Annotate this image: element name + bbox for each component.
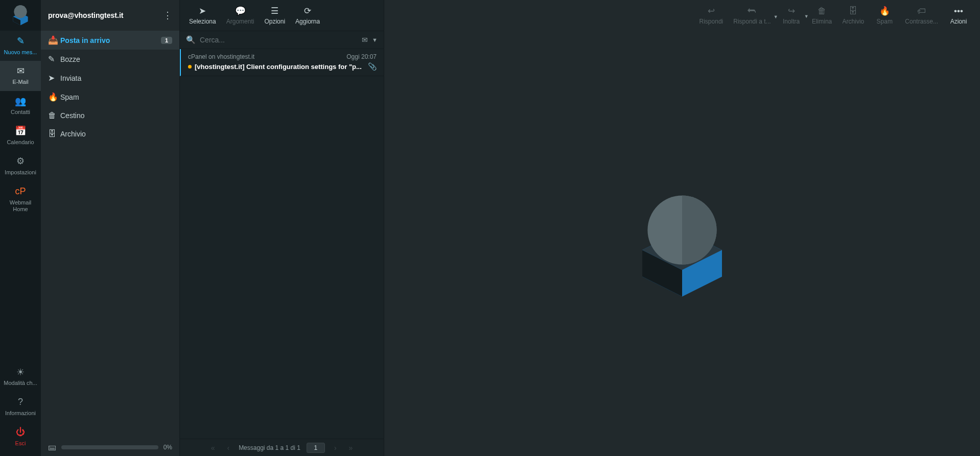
folder-badge: 1 (161, 37, 172, 44)
message-from: cPanel on vhostingtest.it (188, 53, 254, 60)
nav-email[interactable]: ✉E-Mail (0, 61, 41, 91)
folders-pane: prova@vhostingtest.it ⋮ 📥Posta in arrivo… (41, 0, 180, 456)
nav-calendar[interactable]: 📅Calendario (0, 121, 41, 151)
more-icon: ••• (954, 6, 963, 16)
message-item[interactable]: cPanel on vhostingtest.itOggi 20:07 [vho… (180, 49, 384, 76)
folder-list: 📥Posta in arrivo1✎Bozze➤Inviata🔥Spam🗑Ces… (41, 31, 179, 439)
nav-webmail-home[interactable]: cPWebmailHome (0, 181, 41, 218)
pager-first[interactable]: « (208, 443, 218, 453)
archive-icon: 🗄 (849, 6, 857, 16)
account-header: prova@vhostingtest.it ⋮ (41, 0, 179, 31)
toolbar-options[interactable]: ☰Opzioni (259, 3, 290, 28)
pager-page-input[interactable] (307, 443, 325, 453)
folder-label: Spam (60, 93, 172, 101)
pager-prev[interactable]: ‹ (224, 443, 232, 453)
archive-icon: 🗄 (48, 129, 60, 139)
message-date: Oggi 20:07 (346, 53, 377, 60)
nav-contacts[interactable]: 👥Contatti (0, 91, 41, 121)
toolbar-spam[interactable]: 🔥Spam (869, 3, 900, 28)
left-nav: ✎Nuovo mes... ✉E-Mail 👥Contatti 📅Calenda… (0, 0, 41, 456)
compose-icon: ✎ (17, 36, 25, 47)
tag-icon: 🏷 (917, 6, 926, 16)
folder-label: Inviata (60, 74, 172, 82)
account-menu-button[interactable]: ⋮ (163, 10, 172, 21)
sliders-icon: ☰ (271, 6, 278, 16)
toolbar-select[interactable]: ➤Seleziona (184, 3, 221, 28)
folder-label: Cestino (60, 111, 172, 120)
toolbar-actions[interactable]: •••Azioni (943, 3, 974, 28)
preview-toolbar: ↩Rispondi ⮪Rispondi a t...▼ ↪Inoltra▼ 🗑E… (384, 0, 980, 31)
nav-about[interactable]: ?Informazioni (0, 392, 41, 422)
search-bar: 🔍 ✉ ▼ (180, 31, 384, 49)
drafts-icon: ✎ (48, 54, 60, 64)
folder-trash[interactable]: 🗑Cestino (41, 106, 179, 125)
reply-icon: ↩ (708, 6, 715, 16)
toolbar-delete[interactable]: 🗑Elimina (807, 3, 837, 28)
threads-icon: 💬 (235, 6, 246, 16)
trash-icon: 🗑 (818, 6, 826, 16)
contacts-icon: 👥 (15, 96, 26, 107)
toolbar-archive[interactable]: 🗄Archivio (837, 3, 870, 28)
pager-last[interactable]: » (346, 443, 356, 453)
folder-drafts[interactable]: ✎Bozze (41, 50, 179, 69)
attachment-icon: 📎 (368, 62, 377, 71)
svg-point-4 (14, 5, 27, 18)
toolbar-mark[interactable]: 🏷Contrasse... (900, 3, 943, 28)
messages: cPanel on vhostingtest.itOggi 20:07 [vho… (180, 49, 384, 439)
sent-icon: ➤ (48, 73, 60, 83)
trash-icon: 🗑 (48, 111, 60, 120)
mail-icon: ✉ (17, 66, 25, 77)
inbox-icon: 📥 (48, 35, 60, 45)
calendar-icon: 📅 (15, 126, 26, 137)
search-dropdown[interactable]: ▼ (372, 37, 378, 43)
refresh-icon: ⟳ (304, 6, 311, 16)
help-icon: ? (18, 397, 23, 408)
search-icon: 🔍 (186, 35, 196, 44)
fire-icon: 🔥 (879, 6, 890, 16)
message-subject: [vhostingtest.it] Client configuration s… (195, 63, 365, 71)
folder-label: Posta in arrivo (60, 36, 161, 44)
spam-icon: 🔥 (48, 92, 60, 102)
toolbar-forward[interactable]: ↪Inoltra▼ (776, 3, 807, 28)
toolbar-reply-all[interactable]: ⮪Rispondi a t...▼ (728, 3, 776, 28)
unread-dot (188, 65, 192, 69)
folder-archive[interactable]: 🗄Archivio (41, 125, 179, 143)
nav-darkmode[interactable]: ☀Modalità ch... (0, 362, 41, 392)
account-email: prova@vhostingtest.it (48, 11, 123, 19)
preview-empty (384, 31, 980, 456)
preview-pane: ↩Rispondi ⮪Rispondi a t...▼ ↪Inoltra▼ 🗑E… (384, 0, 980, 456)
folder-spam[interactable]: 🔥Spam (41, 87, 179, 106)
nav-settings[interactable]: ⚙Impostazioni (0, 151, 41, 181)
list-toolbar: ➤Seleziona 💬Argomenti ☰Opzioni ⟳Aggiorna (180, 0, 384, 31)
nav-compose[interactable]: ✎Nuovo mes... (0, 31, 41, 61)
quota-progress (61, 445, 158, 449)
quota-bar: 🖴 0% (41, 439, 179, 456)
gear-icon: ⚙ (16, 156, 25, 167)
app-logo (0, 0, 41, 31)
search-scope-icon[interactable]: ✉ (362, 36, 368, 44)
reply-all-icon: ⮪ (748, 6, 756, 16)
search-input[interactable] (200, 36, 358, 44)
toolbar-reply[interactable]: ↩Rispondi (694, 3, 729, 28)
forward-icon: ↪ (788, 6, 795, 16)
power-icon: ⏻ (16, 427, 25, 438)
folder-label: Archivio (60, 130, 172, 138)
folder-label: Bozze (60, 55, 172, 63)
disk-icon: 🖴 (48, 443, 56, 452)
pager-next[interactable]: › (331, 443, 340, 453)
message-list-pane: ➤Seleziona 💬Argomenti ☰Opzioni ⟳Aggiorna… (180, 0, 384, 456)
nav-logout[interactable]: ⏻Esci (0, 422, 41, 452)
folder-sent[interactable]: ➤Inviata (41, 69, 179, 87)
quota-percent: 0% (164, 444, 172, 451)
brightness-icon: ☀ (16, 367, 25, 378)
toolbar-refresh[interactable]: ⟳Aggiorna (290, 3, 325, 28)
pager: « ‹ Messaggi da 1 a 1 di 1 › » (180, 439, 384, 456)
toolbar-threads[interactable]: 💬Argomenti (221, 3, 260, 28)
folder-inbox[interactable]: 📥Posta in arrivo1 (41, 31, 179, 50)
pager-info: Messaggi da 1 a 1 di 1 (239, 444, 300, 451)
cpanel-icon: cP (15, 186, 26, 197)
cursor-icon: ➤ (199, 6, 206, 16)
